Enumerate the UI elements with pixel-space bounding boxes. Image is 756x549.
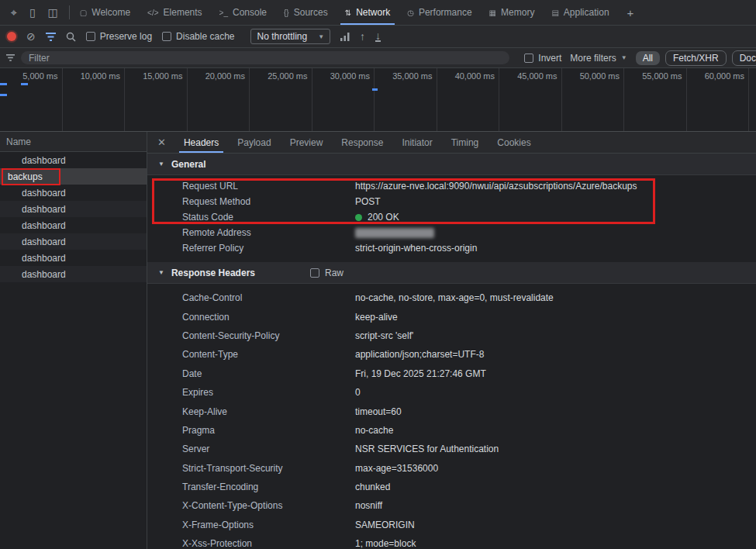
overview-column: 5,000 ms bbox=[0, 68, 63, 131]
close-icon[interactable]: ✕ bbox=[147, 132, 174, 153]
status-dot-icon bbox=[355, 214, 362, 221]
filter-bar-right: Invert More filters ▼ AllFetch/XHRDoc bbox=[524, 50, 756, 66]
filter-toggle-icon[interactable] bbox=[46, 33, 56, 41]
detail-tab-timing[interactable]: Timing bbox=[442, 132, 488, 153]
more-filters-button[interactable]: More filters ▼ bbox=[570, 53, 627, 64]
header-value: 200 OK bbox=[355, 212, 399, 223]
overview-tick-label: 35,000 ms bbox=[392, 71, 432, 81]
request-row-dashboard[interactable]: dashboard bbox=[0, 217, 147, 233]
general-section-header[interactable]: ▼ General bbox=[147, 154, 756, 175]
raw-checkbox[interactable]: Raw bbox=[310, 268, 343, 278]
request-row-dashboard[interactable]: dashboard bbox=[0, 185, 147, 201]
detail-tab-preview[interactable]: Preview bbox=[281, 132, 333, 153]
header-name: Remote Address bbox=[182, 227, 355, 238]
detail-tab-response[interactable]: Response bbox=[332, 132, 392, 153]
overview-column: 60,000 ms bbox=[687, 68, 750, 131]
network-filter-bar: Invert More filters ▼ AllFetch/XHRDoc bbox=[0, 48, 756, 68]
device-toolbar-icon[interactable]: ▯ bbox=[29, 6, 36, 19]
network-conditions-icon[interactable] bbox=[340, 33, 350, 41]
header-row: Pragmano-cache bbox=[147, 421, 756, 440]
header-value: timeout=60 bbox=[355, 406, 402, 417]
disable-cache-checkbox[interactable]: Disable cache bbox=[162, 31, 234, 42]
header-value: NSR SERVICES for Authentication bbox=[355, 444, 499, 454]
header-row: Expires0 bbox=[147, 383, 756, 402]
header-value: POST bbox=[355, 196, 381, 207]
import-har-icon[interactable]: ↑ bbox=[360, 31, 365, 42]
tab-performance[interactable]: ◷Performance bbox=[399, 0, 480, 25]
tab-sources[interactable]: {}Sources bbox=[275, 0, 337, 25]
inspect-icon[interactable]: ⌖ bbox=[11, 6, 17, 19]
request-row-backups[interactable]: backups bbox=[0, 168, 147, 185]
header-name: Connection bbox=[182, 312, 355, 323]
detail-tab-headers[interactable]: Headers bbox=[174, 132, 228, 153]
more-filters-label: More filters bbox=[570, 53, 616, 64]
overview-column: 30,000 ms bbox=[312, 68, 375, 131]
search-icon[interactable] bbox=[66, 32, 76, 42]
request-row-dashboard[interactable]: dashboard bbox=[0, 266, 147, 282]
header-name: X-Frame-Options bbox=[182, 520, 355, 530]
header-value: no-cache bbox=[355, 425, 393, 436]
tab-label: Memory bbox=[501, 7, 534, 18]
request-row-dashboard[interactable]: dashboard bbox=[0, 233, 147, 250]
disable-cache-label: Disable cache bbox=[176, 31, 234, 42]
overview-tick-label: 60,000 ms bbox=[705, 71, 744, 81]
throttling-select[interactable]: No throttling ▼ bbox=[250, 29, 330, 44]
record-button[interactable] bbox=[7, 32, 16, 41]
dock-side-icon[interactable]: ◫ bbox=[48, 6, 58, 19]
tab-network[interactable]: ⇅Network bbox=[337, 0, 399, 25]
header-value: SAMEORIGIN bbox=[355, 520, 415, 530]
invert-checkbox[interactable]: Invert bbox=[524, 53, 561, 64]
header-row: Status Code200 OK bbox=[147, 209, 756, 225]
header-row: Connectionkeep-alive bbox=[147, 307, 756, 326]
overview-tick-label: 50,000 ms bbox=[580, 71, 620, 81]
throttling-value: No throttling bbox=[257, 31, 307, 42]
devtools-tabs: ▢Welcome</>Elements>_Console{}Sources⇅Ne… bbox=[71, 0, 618, 25]
filter-chip-all[interactable]: All bbox=[636, 51, 660, 65]
name-column-header[interactable]: Name bbox=[0, 132, 147, 152]
response-headers-section-header[interactable]: ▼ Response Headers Raw bbox=[147, 262, 756, 284]
header-name: Content-Type bbox=[182, 349, 355, 360]
section-gap bbox=[147, 256, 756, 262]
preserve-log-checkbox[interactable]: Preserve log bbox=[86, 31, 152, 42]
request-row-dashboard[interactable]: dashboard bbox=[0, 201, 147, 217]
export-har-icon[interactable]: ↓ bbox=[375, 31, 381, 43]
overview-column: 25,000 ms bbox=[250, 68, 312, 131]
welcome-icon: ▢ bbox=[80, 9, 87, 17]
detail-tab-payload[interactable]: Payload bbox=[228, 132, 280, 153]
response-header-rows: Cache-Controlno-cache, no-store, max-age… bbox=[147, 284, 756, 549]
overview-tick-label: 30,000 ms bbox=[330, 71, 370, 81]
detail-tab-initiator[interactable]: Initiator bbox=[392, 132, 441, 153]
tab-welcome[interactable]: ▢Welcome bbox=[71, 0, 139, 25]
network-overview[interactable]: 5,000 ms10,000 ms15,000 ms20,000 ms25,00… bbox=[0, 68, 756, 132]
tab-label: Sources bbox=[294, 7, 328, 18]
devtools-window: ⌖▯◫ ▢Welcome</>Elements>_Console{}Source… bbox=[0, 0, 756, 549]
tab-label: Network bbox=[356, 7, 390, 18]
overview-tick-label: 15,000 ms bbox=[143, 71, 182, 81]
filter-input[interactable] bbox=[21, 51, 509, 64]
overview-tick-label: 55,000 ms bbox=[642, 71, 682, 81]
filter-chip-doc[interactable]: Doc bbox=[732, 50, 756, 66]
request-row-dashboard[interactable]: dashboard bbox=[0, 250, 147, 266]
header-name: Referrer Policy bbox=[182, 243, 355, 254]
detail-tabs: HeadersPayloadPreviewResponseInitiatorTi… bbox=[174, 132, 540, 153]
filter-chip-fetchxhr[interactable]: Fetch/XHR bbox=[665, 50, 727, 66]
overview-tick-label: 5,000 ms bbox=[22, 71, 57, 81]
checkbox-icon bbox=[86, 32, 95, 41]
detail-tab-cookies[interactable]: Cookies bbox=[488, 132, 540, 153]
header-name: Pragma bbox=[182, 425, 355, 436]
header-row: X-Content-Type-Optionsnosniff bbox=[147, 496, 756, 515]
header-value: application/json;charset=UTF-8 bbox=[355, 349, 484, 360]
tab-application[interactable]: ▤Application bbox=[543, 0, 617, 25]
disclosure-triangle-icon: ▼ bbox=[158, 161, 164, 167]
general-rows: Request URLhttps://azure-nve.local:9090/… bbox=[147, 175, 756, 256]
overview-column: 45,000 ms bbox=[499, 68, 562, 131]
header-value: no-cache, no-store, max-age=0, must-reva… bbox=[355, 292, 554, 303]
request-row-dashboard[interactable]: dashboard bbox=[0, 152, 147, 168]
tab-label: Elements bbox=[164, 7, 202, 18]
tab-elements[interactable]: </>Elements bbox=[139, 0, 211, 25]
more-tabs-button[interactable]: + bbox=[618, 0, 644, 25]
clear-icon[interactable]: ⊘ bbox=[26, 31, 36, 42]
tab-console[interactable]: >_Console bbox=[211, 0, 275, 25]
tab-memory[interactable]: ▦Memory bbox=[481, 0, 544, 25]
header-value: Fri, 19 Dec 2025 21:27:46 GMT bbox=[355, 368, 486, 379]
